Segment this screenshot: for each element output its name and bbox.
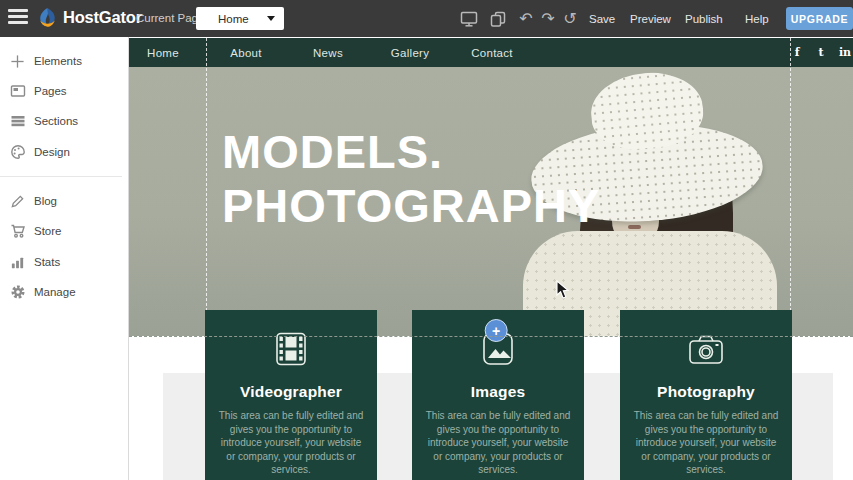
card-title: Images (412, 383, 584, 401)
site-nav-contact[interactable]: Contact (471, 38, 513, 67)
editor-topbar: HostGator Current Page: Home ↶ ↷ ↺ Save … (0, 0, 853, 37)
card-title: Videographer (205, 383, 377, 401)
sidebar-item-label: Stats (34, 256, 60, 268)
gator-logo-icon (36, 6, 59, 29)
camera-icon (620, 328, 792, 370)
twitter-icon[interactable]: t (818, 38, 823, 67)
linkedin-icon[interactable]: in (839, 38, 851, 67)
sidebar-item-sections[interactable]: Sections (0, 110, 122, 132)
palette-icon (9, 144, 26, 161)
history-icon[interactable]: ↺ (559, 0, 581, 37)
editor-guide-right (790, 38, 791, 336)
site-navbar: Home About News Gallery Contact f t in (129, 38, 853, 67)
hero-title-line2: PHOTOGRAPHY (222, 179, 600, 233)
film-icon (205, 328, 377, 370)
editor-sidebar: Elements Pages Sections Design (0, 37, 129, 480)
help-button[interactable]: Help (745, 0, 769, 37)
page-select-dropdown[interactable]: Home (196, 7, 284, 30)
sidebar-divider (0, 176, 122, 177)
gear-icon (9, 284, 26, 301)
mouse-cursor (556, 280, 570, 300)
site-preview-canvas: Home About News Gallery Contact f t in M… (129, 37, 853, 480)
preview-button[interactable]: Preview (630, 0, 671, 37)
card-description: This area can be fully edited and gives … (216, 409, 366, 477)
sidebar-item-manage[interactable]: Manage (0, 281, 122, 303)
cart-icon (9, 223, 26, 240)
sidebar-item-label: Design (34, 146, 70, 158)
editor-guide-section-bottom (129, 336, 853, 337)
hamburger-menu-icon[interactable] (8, 9, 30, 28)
site-nav-about[interactable]: About (230, 38, 262, 67)
sidebar-item-label: Blog (34, 195, 57, 207)
sidebar-item-design[interactable]: Design (0, 141, 122, 163)
hostgator-website-builder: HostGator Current Page: Home ↶ ↷ ↺ Save … (0, 0, 853, 480)
save-button[interactable]: Save (589, 0, 615, 37)
page-select-value: Home (218, 13, 249, 25)
hero-title[interactable]: MODELS. PHOTOGRAPHY (222, 125, 600, 233)
plus-icon (9, 53, 26, 70)
sidebar-item-elements[interactable]: Elements (0, 50, 122, 72)
sidebar-item-stats[interactable]: Stats (0, 251, 122, 273)
mobile-preview-icon[interactable] (487, 0, 509, 37)
model-photo-lips (628, 225, 641, 229)
site-nav-gallery[interactable]: Gallery (391, 38, 430, 67)
card-description: This area can be fully edited and gives … (423, 409, 573, 477)
sidebar-item-store[interactable]: Store (0, 220, 122, 242)
page-icon (9, 83, 26, 100)
pencil-icon (9, 193, 26, 210)
sidebar-item-pages[interactable]: Pages (0, 80, 122, 102)
sidebar-item-label: Elements (34, 55, 82, 67)
chevron-down-icon (267, 16, 275, 21)
hostgator-logo: HostGator (36, 6, 142, 29)
site-nav-home[interactable]: Home (147, 38, 179, 67)
facebook-icon[interactable]: f (795, 38, 800, 67)
card-title: Photography (620, 383, 792, 401)
sidebar-item-label: Manage (34, 286, 76, 298)
upgrade-button[interactable]: UPGRADE (786, 7, 853, 30)
card-description: This area can be fully edited and gives … (631, 409, 781, 477)
desktop-preview-icon[interactable] (458, 0, 480, 37)
undo-icon[interactable]: ↶ (515, 0, 537, 37)
editor-guide-left (206, 38, 207, 336)
bar-chart-icon (9, 254, 26, 271)
publish-button[interactable]: Publish (685, 0, 723, 37)
redo-icon[interactable]: ↷ (537, 0, 559, 37)
sidebar-item-label: Sections (34, 115, 78, 127)
brand-name: HostGator (63, 8, 142, 27)
sidebar-item-label: Store (34, 225, 62, 237)
site-nav-news[interactable]: News (313, 38, 343, 67)
hero-title-line1: MODELS. (222, 125, 600, 179)
sections-icon (9, 113, 26, 130)
add-image-badge-icon[interactable]: + (485, 319, 508, 342)
sidebar-item-blog[interactable]: Blog (0, 190, 122, 212)
image-plus-icon: + (412, 328, 584, 370)
hero-section[interactable]: MODELS. PHOTOGRAPHY (129, 67, 853, 336)
sidebar-item-label: Pages (34, 85, 67, 97)
